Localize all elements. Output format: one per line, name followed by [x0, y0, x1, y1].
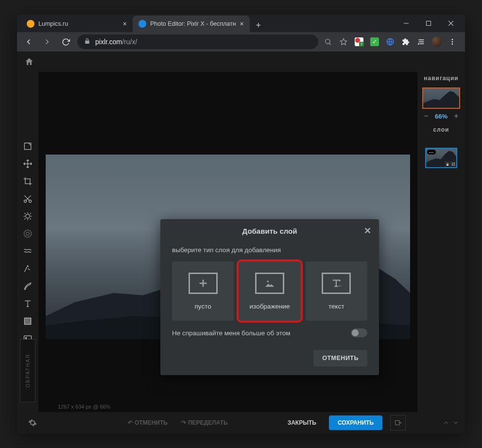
bookmark-icon[interactable] — [339, 37, 348, 47]
add-layer-modal: Добавить слой ✕ выберите тип слоя для до… — [160, 219, 379, 375]
tab-lumpics[interactable]: Lumpics.ru × — [21, 16, 133, 32]
svg-point-13 — [452, 43, 453, 45]
forward-button[interactable] — [40, 35, 54, 49]
tab-pixlr[interactable]: Photo Editor: Pixlr X - бесплатн × — [133, 16, 250, 32]
menu-icon[interactable] — [448, 37, 457, 47]
svg-point-31 — [267, 280, 269, 282]
profile-avatar[interactable] — [432, 37, 442, 47]
address-bar-icons: 3 ✓ — [323, 37, 460, 47]
option-text[interactable]: текст — [306, 261, 367, 321]
url-domain: pixlr.com — [95, 38, 122, 46]
dont-ask-row: Не спрашивайте меня больше об этом — [172, 321, 367, 341]
svg-point-32 — [339, 285, 340, 286]
plus-icon — [189, 273, 218, 294]
option-image[interactable]: изображение — [239, 261, 300, 321]
lock-icon — [84, 38, 90, 46]
close-window-button[interactable] — [440, 16, 462, 31]
close-icon[interactable]: × — [123, 20, 127, 28]
modal-close-button[interactable]: ✕ — [362, 225, 373, 237]
window-controls — [392, 15, 465, 32]
maximize-button[interactable] — [417, 16, 440, 31]
close-icon[interactable]: × — [240, 20, 244, 28]
url-input[interactable]: pixlr.com/ru/x/ — [77, 34, 318, 49]
dont-ask-label: Не спрашивайте меня больше об этом — [172, 329, 290, 337]
svg-marker-6 — [340, 38, 346, 45]
svg-point-11 — [452, 39, 453, 40]
modal-title: Добавить слой — [242, 227, 297, 235]
favicon-icon — [138, 20, 146, 28]
image-icon — [255, 273, 284, 294]
tab-strip: Lumpics.ru × Photo Editor: Pixlr X - бес… — [17, 15, 392, 32]
extension-checkmark-icon[interactable]: ✓ — [370, 37, 379, 47]
extensions-icon[interactable] — [401, 37, 411, 47]
svg-point-33 — [341, 285, 342, 286]
pixlr-app: ОБРАТНАЯ 1267 x 634 px @ 66% навигации — [17, 52, 465, 433]
reading-list-icon[interactable] — [416, 37, 426, 47]
svg-point-12 — [452, 41, 453, 43]
translate-icon[interactable] — [385, 37, 395, 47]
layer-type-options: пусто изображение текст — [172, 261, 367, 321]
modal-header: Добавить слой ✕ — [160, 219, 379, 242]
option-label: текст — [328, 303, 344, 310]
extension-adblock-icon[interactable]: 3 — [354, 37, 364, 47]
option-empty[interactable]: пусто — [172, 261, 234, 321]
svg-point-4 — [326, 39, 330, 44]
option-label: пусто — [195, 303, 211, 310]
browser-window: Lumpics.ru × Photo Editor: Pixlr X - бес… — [17, 15, 465, 433]
svg-line-5 — [329, 43, 331, 45]
option-label: изображение — [250, 303, 290, 310]
modal-subtitle: выберите тип слоя для добавления — [172, 242, 367, 261]
reload-button[interactable] — [59, 35, 72, 49]
url-path: /ru/x/ — [122, 38, 137, 46]
dont-ask-toggle[interactable] — [351, 328, 367, 337]
cancel-button[interactable]: ОТМЕНИТЬ — [313, 350, 367, 366]
minimize-button[interactable] — [395, 16, 417, 31]
back-button[interactable] — [22, 35, 35, 49]
tab-title: Lumpics.ru — [38, 20, 68, 27]
address-bar: pixlr.com/ru/x/ 3 ✓ — [17, 32, 465, 52]
new-tab-button[interactable]: + — [252, 18, 265, 32]
svg-rect-1 — [427, 21, 431, 26]
zoom-icon[interactable] — [323, 37, 333, 47]
text-icon — [322, 273, 351, 294]
favicon-icon — [27, 20, 34, 28]
tab-title: Photo Editor: Pixlr X - бесплатн — [150, 20, 236, 27]
